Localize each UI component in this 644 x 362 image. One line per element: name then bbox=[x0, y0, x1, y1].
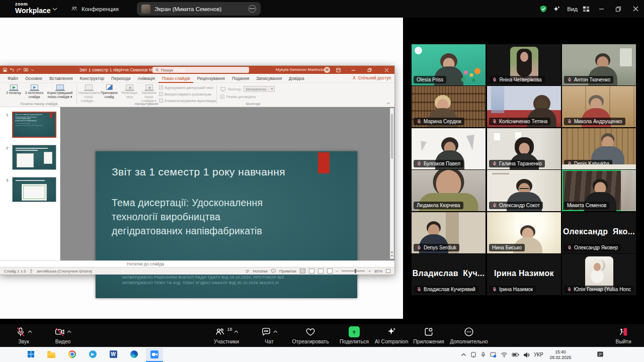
ppt-restore-button[interactable] bbox=[363, 66, 375, 74]
view-button-label[interactable]: Вид bbox=[567, 6, 578, 12]
participant-tile[interactable]: Булгаков Павел bbox=[412, 128, 486, 169]
participant-tile[interactable]: Ірина Назимок Ірина Назимок bbox=[487, 254, 561, 295]
zoom-percentage[interactable]: 80% bbox=[374, 269, 382, 274]
leave-button[interactable]: Выйти bbox=[610, 326, 637, 344]
video-options-chevron-icon[interactable] bbox=[67, 330, 71, 333]
setup-slideshow-button[interactable]: Налаштувати показ слайдів… bbox=[78, 84, 99, 103]
ai-companion-button[interactable]: AI Companion bbox=[373, 326, 410, 344]
battery-icon[interactable] bbox=[512, 352, 519, 357]
file-explorer-icon[interactable] bbox=[43, 348, 60, 362]
participant-tile[interactable]: Владислав Куч... Владислав Кучерявий bbox=[412, 254, 486, 295]
search-input[interactable]: Пошук bbox=[152, 67, 249, 73]
account-avatar[interactable]: M bbox=[324, 67, 330, 73]
tab-options-ellipsis-icon[interactable]: ••• bbox=[249, 5, 256, 13]
ribbon-tab[interactable]: Файл bbox=[4, 74, 22, 83]
vertical-scrollbar[interactable]: ▲ ▼ bbox=[390, 108, 394, 259]
zoom-in-button[interactable]: + bbox=[368, 269, 371, 274]
scrollbar-thumb[interactable] bbox=[391, 114, 393, 159]
slideshow-view-button[interactable] bbox=[327, 268, 333, 274]
participant-tile[interactable]: Колісниченко Тетяна bbox=[487, 86, 561, 127]
slide-sorter-view-button[interactable] bbox=[309, 268, 314, 274]
ribbon-tab[interactable]: Переходи bbox=[108, 74, 134, 83]
participants-chevron-icon[interactable] bbox=[234, 330, 238, 333]
tray-app-badge-icon[interactable] bbox=[490, 351, 497, 358]
audio-options-chevron-icon[interactable] bbox=[28, 330, 32, 333]
edge-icon[interactable] bbox=[125, 348, 142, 362]
participant-tile[interactable]: Olesia Priss bbox=[412, 44, 486, 85]
ribbon-tab[interactable]: Подання bbox=[228, 74, 253, 83]
custom-slideshow-button[interactable]: Користувацький показ слайдів ▾ bbox=[46, 84, 73, 99]
zoom-slider[interactable] bbox=[342, 270, 365, 272]
ribbon-tab[interactable]: Показ слайдів bbox=[158, 74, 194, 83]
participants-button[interactable]: 18 Участники bbox=[207, 326, 246, 344]
hide-slide-button[interactable]: Приховати слайд bbox=[100, 84, 119, 99]
audio-button[interactable]: Звук bbox=[9, 326, 38, 344]
more-button[interactable]: Дополнительно bbox=[448, 326, 490, 344]
customize-qat-chevron-icon[interactable] bbox=[31, 68, 34, 71]
ribbon-tab[interactable]: Довідка bbox=[285, 74, 308, 83]
ribbon-display-options-icon[interactable] bbox=[332, 66, 344, 74]
slide-thumbnail-3[interactable] bbox=[12, 177, 56, 202]
tray-mic-icon[interactable] bbox=[480, 351, 486, 358]
volume-icon[interactable] bbox=[523, 352, 530, 358]
word-icon[interactable] bbox=[105, 348, 122, 362]
participant-tile[interactable]: Галина Тараненко bbox=[487, 128, 561, 169]
apps-button[interactable]: Приложения bbox=[411, 326, 447, 344]
presenter-mode-checkbox[interactable]: Режим доповідача bbox=[220, 95, 256, 99]
normal-view-button[interactable] bbox=[300, 268, 305, 274]
zoom-app-icon[interactable] bbox=[146, 348, 163, 362]
zoom-slider-thumb[interactable] bbox=[355, 269, 356, 273]
chat-chevron-icon[interactable] bbox=[273, 330, 278, 333]
from-current-slide-button[interactable]: З поточного слайда bbox=[23, 84, 45, 99]
fit-slide-to-window-button[interactable] bbox=[386, 269, 390, 273]
participant-tile[interactable]: Нина Бисько bbox=[487, 212, 561, 253]
slide-thumbnail-2[interactable] bbox=[12, 145, 56, 170]
participant-tile[interactable]: Яніна Четверікова bbox=[487, 44, 561, 85]
ribbon-tab[interactable]: Рецензування bbox=[193, 74, 228, 83]
ribbon-tab[interactable]: Конструктор bbox=[76, 74, 108, 83]
monitor-dropdown[interactable]: Автоматично▾ bbox=[244, 86, 275, 92]
reading-view-button[interactable] bbox=[318, 268, 324, 274]
notes-toggle[interactable]: Нотатки bbox=[253, 269, 268, 274]
participant-tile[interactable]: Олександр Яко... Олександр Яковер bbox=[562, 212, 636, 253]
ribbon-tab[interactable]: Записування bbox=[253, 74, 285, 83]
close-button[interactable] bbox=[627, 0, 644, 18]
participant-tile[interactable]: Юлія Гончар (Yuliia Honc... bbox=[562, 254, 636, 295]
participant-tile[interactable]: Олександр Сокот bbox=[487, 170, 561, 211]
notification-center-icon[interactable] bbox=[597, 351, 604, 357]
ppt-minimize-button[interactable] bbox=[347, 66, 359, 74]
participant-tile[interactable]: Микита Семенов bbox=[562, 170, 636, 211]
ribbon-tab[interactable]: Вставлення bbox=[46, 74, 76, 83]
ribbon-tab[interactable]: Анімація bbox=[134, 74, 158, 83]
notes-pane[interactable]: Нотатки до слайда bbox=[0, 260, 394, 267]
participant-tile[interactable]: Людмила Кюрчева bbox=[412, 170, 486, 211]
undo-icon[interactable] bbox=[10, 68, 14, 72]
ppt-close-button[interactable] bbox=[380, 66, 392, 74]
collapse-ribbon-chevron-icon[interactable] bbox=[386, 102, 390, 105]
monitor-selector[interactable]: Монітор: Автоматично▾ bbox=[220, 86, 275, 92]
save-icon[interactable] bbox=[3, 68, 7, 72]
share-screen-button[interactable]: Поделиться bbox=[336, 326, 372, 344]
wifi-icon[interactable] bbox=[501, 352, 508, 357]
minimize-button[interactable] bbox=[593, 0, 610, 18]
previous-slide-chevron-icon[interactable]: ▲ bbox=[390, 250, 393, 253]
share-access-button[interactable]: Спільний доступ bbox=[352, 75, 391, 80]
chevron-down-icon[interactable] bbox=[52, 8, 57, 11]
ribbon-checkbox[interactable]: Використовувати хронометраж bbox=[159, 92, 211, 96]
telegram-icon[interactable] bbox=[84, 348, 101, 362]
keyboard-language[interactable]: УКР bbox=[534, 352, 543, 357]
ribbon-tab[interactable]: Основне bbox=[22, 74, 46, 83]
account-name[interactable]: Mykyta Semenov Martinclub bbox=[276, 67, 322, 72]
taskbar-clock[interactable]: 15:40 28.02.2025 bbox=[547, 349, 574, 360]
from-beginning-button[interactable]: З початку bbox=[5, 84, 22, 95]
record-slideshow-button[interactable]: Записати показ слайдів ▾ bbox=[140, 84, 158, 103]
restore-window-button[interactable] bbox=[610, 0, 627, 18]
chrome-icon[interactable] bbox=[63, 348, 80, 362]
rehearse-timings-button[interactable]: Репетиція часу bbox=[120, 84, 139, 99]
react-button[interactable]: Отреагировать bbox=[288, 326, 333, 344]
video-button[interactable]: Видео bbox=[48, 326, 77, 344]
device-icon[interactable] bbox=[470, 351, 476, 358]
slideshow-icon[interactable] bbox=[24, 68, 28, 72]
redo-icon[interactable] bbox=[17, 68, 21, 72]
comments-toggle[interactable]: Примітки bbox=[279, 269, 296, 274]
